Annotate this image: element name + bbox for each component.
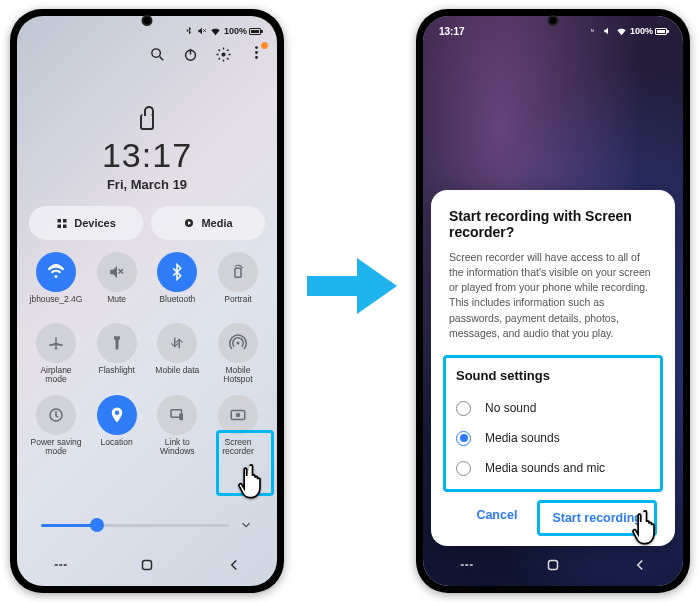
radio-label: Media sounds — [485, 431, 560, 445]
tile-hotspot[interactable]: Mobile Hotspot — [211, 323, 265, 385]
clock-date: Fri, March 19 — [17, 177, 277, 192]
svg-point-2 — [152, 49, 161, 58]
svg-point-7 — [255, 46, 258, 49]
dialog-title: Start recording with Screen recorder? — [449, 208, 657, 240]
home-button[interactable] — [544, 556, 562, 574]
devices-icon — [56, 217, 68, 229]
lock-icon — [140, 114, 154, 130]
devices-label: Devices — [74, 217, 116, 229]
tile-powersave[interactable]: Power saving mode — [29, 395, 83, 457]
airplane-icon — [47, 334, 65, 352]
start-label: Start recording — [552, 511, 642, 525]
mute-status-icon — [197, 26, 207, 36]
radio-no-sound[interactable]: No sound — [456, 393, 650, 423]
hotspot-icon — [229, 334, 247, 352]
tile-linkwindows[interactable]: Link to Windows — [150, 395, 204, 457]
home-button[interactable] — [138, 556, 156, 574]
power-icon[interactable] — [182, 46, 199, 63]
bluetooth-icon — [168, 263, 186, 281]
gear-icon[interactable] — [215, 46, 232, 63]
phone-quick-panel: 100% 13:17 Fri, March 19 — [10, 9, 284, 593]
media-button[interactable]: Media — [151, 206, 265, 240]
radio-icon — [456, 401, 471, 416]
svg-rect-18 — [235, 268, 241, 277]
recents-button[interactable] — [51, 556, 69, 574]
mobiledata-icon — [168, 334, 186, 352]
media-icon — [183, 217, 195, 229]
tile-bluetooth[interactable]: Bluetooth — [150, 252, 204, 313]
radio-label: Media sounds and mic — [485, 461, 605, 475]
quick-panel-top-actions — [149, 44, 265, 65]
quick-tiles-grid: jbhouse_2.4G Mute Bluetooth Portrait Air… — [29, 252, 265, 466]
radio-icon — [456, 461, 471, 476]
flashlight-icon — [108, 334, 126, 352]
media-label: Media — [201, 217, 232, 229]
svg-point-6 — [221, 52, 225, 56]
back-button[interactable] — [631, 556, 649, 574]
rotation-lock-icon — [229, 263, 247, 281]
powersave-icon — [47, 406, 65, 424]
start-recording-button[interactable]: Start recording — [537, 500, 657, 536]
devices-button[interactable]: Devices — [29, 206, 143, 240]
tile-mobiledata[interactable]: Mobile data — [150, 323, 204, 385]
radio-icon — [456, 431, 471, 446]
svg-rect-12 — [58, 225, 62, 229]
brightness-slider[interactable] — [41, 518, 253, 532]
wifi-status-icon — [616, 26, 627, 37]
radio-media-sounds[interactable]: Media sounds — [456, 423, 650, 453]
tile-mute[interactable]: Mute — [90, 252, 144, 313]
svg-rect-33 — [548, 561, 557, 570]
chevron-down-icon[interactable] — [239, 518, 253, 532]
recents-button[interactable] — [457, 556, 475, 574]
tile-wifi[interactable]: jbhouse_2.4G — [29, 252, 83, 313]
front-camera — [548, 15, 559, 26]
next-step-arrow — [302, 246, 402, 326]
search-icon[interactable] — [149, 46, 166, 63]
more-icon[interactable] — [248, 44, 265, 65]
svg-rect-28 — [142, 561, 151, 570]
svg-line-3 — [160, 57, 164, 61]
cancel-label: Cancel — [476, 508, 517, 522]
status-time: 13:17 — [439, 26, 465, 37]
radio-label: No sound — [485, 401, 536, 415]
navigation-bar — [17, 550, 277, 580]
svg-rect-22 — [180, 413, 184, 420]
back-button[interactable] — [225, 556, 243, 574]
dialog-body: Screen recorder will have access to all … — [449, 250, 657, 341]
mute-icon — [108, 263, 126, 281]
tile-screenrecorder[interactable]: Screen recorder — [211, 395, 265, 457]
svg-text:N: N — [591, 28, 594, 33]
radio-media-and-mic[interactable]: Media sounds and mic — [456, 453, 650, 483]
battery-indicator: 100% — [630, 26, 667, 36]
screenrecord-icon — [229, 406, 247, 424]
lockscreen-clock: 13:17 Fri, March 19 — [17, 114, 277, 192]
svg-rect-11 — [63, 219, 67, 223]
screen-recorder-dialog: Start recording with Screen recorder? Sc… — [431, 190, 675, 546]
clock-time: 13:17 — [17, 136, 277, 175]
mute-status-icon — [603, 26, 613, 36]
wifi-icon — [47, 263, 65, 281]
nfc-status-icon: N — [590, 26, 600, 36]
phone-dialog: 13:17 N 100% Start recording with Screen… — [416, 9, 690, 593]
location-icon — [108, 406, 126, 424]
svg-point-24 — [236, 412, 241, 417]
cancel-button[interactable]: Cancel — [464, 500, 529, 536]
tile-location[interactable]: Location — [90, 395, 144, 457]
svg-point-9 — [255, 56, 258, 59]
svg-point-8 — [255, 51, 258, 54]
front-camera — [142, 15, 153, 26]
svg-point-19 — [236, 342, 239, 345]
navigation-bar — [423, 550, 683, 580]
battery-indicator: 100% — [224, 26, 261, 36]
tile-flashlight[interactable]: Flashlight — [90, 323, 144, 385]
sound-settings-title: Sound settings — [456, 368, 650, 383]
svg-rect-13 — [63, 225, 67, 229]
sound-settings-group: Sound settings No sound Media sounds Med… — [443, 355, 663, 492]
svg-rect-10 — [58, 219, 62, 223]
tile-portrait[interactable]: Portrait — [211, 252, 265, 313]
bluetooth-status-icon — [184, 26, 194, 36]
tile-airplane[interactable]: Airplane mode — [29, 323, 83, 385]
link-windows-icon — [168, 406, 186, 424]
wifi-status-icon — [210, 26, 221, 37]
